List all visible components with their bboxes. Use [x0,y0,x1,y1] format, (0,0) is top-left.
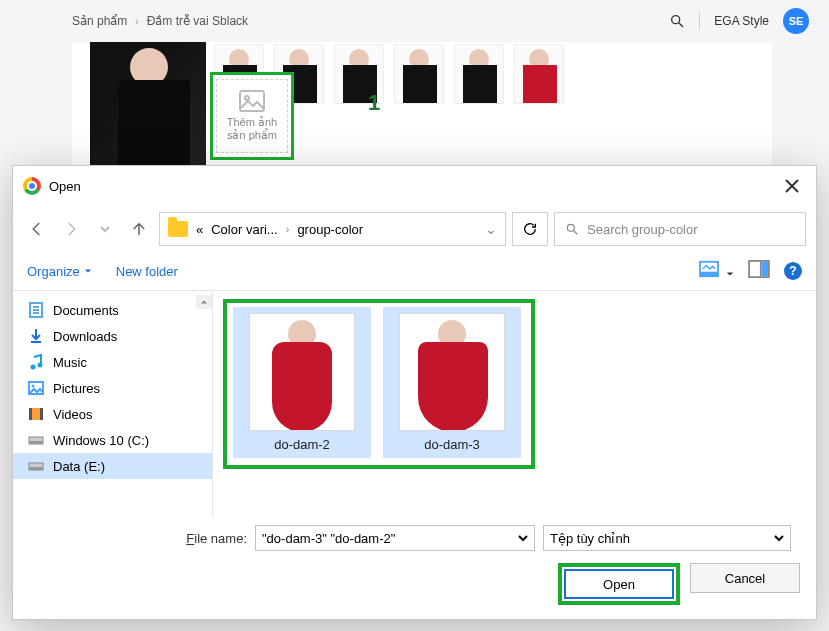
product-main-image[interactable] [90,42,206,172]
chrome-icon [23,177,41,195]
nav-forward-button[interactable] [57,215,85,243]
sidebar-item-videos[interactable]: Videos [13,401,212,427]
chevron-down-icon[interactable]: ⌄ [485,221,497,237]
divider [699,12,700,30]
scroll-up-icon[interactable] [196,295,212,309]
file-name: do-dam-3 [424,437,480,452]
sidebar-item-drive-e[interactable]: Data (E:) [13,453,212,479]
file-thumbnail [249,313,355,431]
sidebar-item-documents[interactable]: Documents [13,297,212,323]
sidebar-item-label: Music [53,355,87,370]
help-button[interactable]: ? [784,262,802,280]
sidebar-item-downloads[interactable]: Downloads [13,323,212,349]
picture-icon [27,380,45,396]
sidebar-item-label: Pictures [53,381,100,396]
svg-point-6 [567,224,574,231]
new-folder-button[interactable]: New folder [116,264,178,279]
sidebar-item-pictures[interactable]: Pictures [13,375,212,401]
document-icon [27,302,45,318]
sidebar-item-drive-c[interactable]: Windows 10 (C:) [13,427,212,453]
organize-menu[interactable]: Organize [27,264,92,279]
breadcrumb-current: Đầm trễ vai Sblack [147,14,248,28]
folder-icon [168,221,188,237]
file-thumbnail [399,313,505,431]
breadcrumb-root[interactable]: Sản phẩm [72,14,127,28]
svg-rect-2 [240,91,264,111]
file-open-dialog: Open « Color vari... › group-color ⌄ Sea… [12,165,817,620]
sidebar-item-label: Windows 10 (C:) [53,433,149,448]
download-icon [27,328,45,344]
filename-value: "do-dam-3" "do-dam-2" [262,531,395,546]
sidebar-item-label: Data (E:) [53,459,105,474]
sidebar-item-label: Documents [53,303,119,318]
svg-rect-24 [40,408,43,420]
path-seg-1[interactable]: Color vari... [211,222,277,237]
address-bar[interactable]: « Color vari... › group-color ⌄ [159,212,506,246]
file-name: do-dam-2 [274,437,330,452]
breadcrumb: Sản phẩm › Đầm trễ vai Sblack [72,14,248,28]
add-product-image-button[interactable]: Thêm ảnh sản phẩm [210,72,294,160]
nav-recent-dropdown[interactable] [91,215,119,243]
svg-line-1 [679,23,683,27]
product-thumb[interactable] [514,44,564,104]
music-icon [27,354,45,370]
close-button[interactable] [778,172,806,200]
folder-tree: Documents Downloads Music Pictures Video… [13,291,213,517]
chevron-right-icon: › [135,16,138,27]
svg-point-0 [672,16,680,24]
search-placeholder: Search group-color [587,222,698,237]
dialog-title: Open [49,179,81,194]
svg-rect-26 [29,441,43,444]
product-thumb[interactable] [394,44,444,104]
sidebar-item-label: Videos [53,407,93,422]
filename-input[interactable]: "do-dam-3" "do-dam-2" [255,525,535,551]
svg-point-19 [38,363,43,368]
path-prefix: « [196,222,203,237]
open-button[interactable]: Open [564,569,674,599]
search-icon[interactable] [669,13,685,29]
file-type-filter[interactable]: Tệp tùy chỉnh [543,525,791,551]
sidebar-item-label: Downloads [53,329,117,344]
preview-pane-button[interactable] [748,260,770,282]
product-thumb[interactable] [454,44,504,104]
file-item[interactable]: do-dam-3 [383,307,521,458]
svg-rect-17 [31,341,41,343]
brand-label: EGA Style [714,14,769,28]
nav-back-button[interactable] [23,215,51,243]
drive-icon [27,432,45,448]
svg-point-21 [32,385,35,388]
search-input[interactable]: Search group-color [554,212,806,246]
video-icon [27,406,45,422]
drive-icon [27,458,45,474]
avatar[interactable]: SE [783,8,809,34]
view-mode-button[interactable] [698,260,734,282]
file-item[interactable]: do-dam-2 [233,307,371,458]
chevron-down-icon[interactable] [774,533,784,543]
filename-label: File name: [27,531,247,546]
product-image-panel [72,42,772,182]
chevron-right-icon: › [286,223,290,235]
chevron-down-icon[interactable] [518,533,528,543]
cancel-button[interactable]: Cancel [690,563,800,593]
nav-up-button[interactable] [125,215,153,243]
svg-rect-12 [762,262,768,276]
filter-value: Tệp tùy chỉnh [550,531,630,546]
path-seg-2[interactable]: group-color [297,222,363,237]
svg-rect-23 [29,408,32,420]
file-list[interactable]: do-dam-2 do-dam-3 [213,291,816,517]
refresh-button[interactable] [512,212,548,246]
sidebar-item-music[interactable]: Music [13,349,212,375]
svg-point-18 [31,365,36,370]
svg-rect-28 [29,467,43,470]
annotation-box: Open [558,563,680,605]
annotation-1: 1 [368,90,380,116]
svg-point-3 [245,96,249,100]
add-image-label: Thêm ảnh sản phẩm [217,116,287,142]
svg-line-7 [574,231,578,235]
